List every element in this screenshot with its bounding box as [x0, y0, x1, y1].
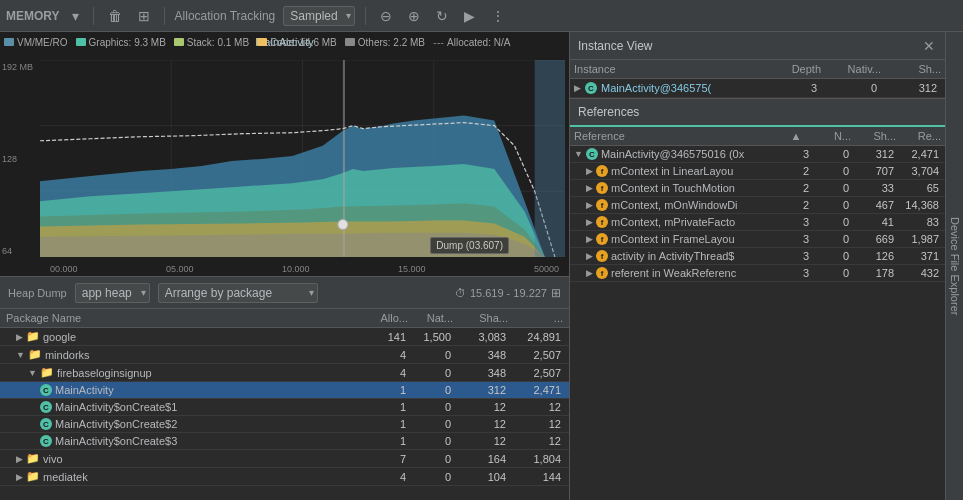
expand-arrow[interactable]: ▼: [28, 368, 37, 378]
ref-ret: 14,368: [896, 199, 941, 211]
field-icon: f: [596, 165, 608, 177]
ref-sha: 126: [851, 250, 896, 262]
table-row[interactable]: ▶ 📁 mediatek 4 0 104 144: [0, 468, 569, 486]
ref-name-text: mContext in LinearLayou: [611, 165, 733, 177]
folder-icon: 📁: [26, 470, 40, 483]
inst-depth: 3: [761, 82, 821, 94]
ref-name-onwindowdi: ▶ f mContext, mOnWindowDi: [574, 199, 781, 211]
ref-sha: 707: [851, 165, 896, 177]
arrange-dropdown[interactable]: Arrange by package: [158, 283, 318, 303]
ref-row[interactable]: ▶ f mContext, mPrivateFacto 3 0 41 83: [570, 214, 945, 231]
row-nat: 0: [410, 349, 455, 361]
expand-arrow[interactable]: ▶: [16, 332, 23, 342]
legend-allocated: --- Allocated: N/A: [433, 36, 510, 48]
ref-row[interactable]: ▼ C MainActivity@346575016 (0x 3 0 312 2…: [570, 146, 945, 163]
row-nat: 1,500: [410, 331, 455, 343]
row-name-mainactivity: C MainActivity: [4, 384, 355, 396]
pkg-name: vivo: [43, 453, 63, 465]
expand-arrow[interactable]: ▶: [586, 200, 593, 210]
heap-bar: Heap Dump app heap Arrange by package ⏱ …: [0, 277, 569, 309]
ref-n: 3: [781, 148, 811, 160]
row-alloc: 141: [355, 331, 410, 343]
ref-name-weakref: ▶ f referent in WeakReferenc: [574, 267, 781, 279]
class-icon: C: [585, 82, 597, 94]
ref-row[interactable]: ▶ f referent in WeakReferenc 3 0 178 432: [570, 265, 945, 282]
row-nat: 0: [410, 401, 455, 413]
table-row[interactable]: C MainActivity$onCreate$2 1 0 12 12: [0, 416, 569, 433]
table-row[interactable]: ▼ 📁 firebaseloginsignup 4 0 348 2,507: [0, 364, 569, 382]
ref-row[interactable]: ▶ f mContext in LinearLayou 2 0 707 3,70…: [570, 163, 945, 180]
ref-n: 3: [781, 250, 811, 262]
ref-row[interactable]: ▶ f activity in ActivityThread$ 3 0 126 …: [570, 248, 945, 265]
layers-icon[interactable]: ⊞: [134, 6, 154, 26]
expand-arrow[interactable]: ▶: [586, 217, 593, 227]
folder-icon: 📁: [40, 366, 54, 379]
x-label-5: 05.000: [166, 264, 194, 274]
row-nat: 0: [410, 418, 455, 430]
dropdown-arrow[interactable]: ▾: [68, 6, 83, 26]
expand-arrow[interactable]: ▶: [586, 251, 593, 261]
expand-arrow[interactable]: ▶: [586, 234, 593, 244]
references-panel: References Reference ▲ N... Sh... Re... …: [570, 99, 945, 500]
ref-nat: 0: [811, 216, 851, 228]
plus-circle-icon[interactable]: ⊕: [404, 6, 424, 26]
main-toolbar: MEMORY ▾ 🗑 ⊞ Allocation Tracking Sampled…: [0, 0, 963, 32]
refresh-icon[interactable]: ↻: [432, 6, 452, 26]
table-row[interactable]: ▶ 📁 google 141 1,500 3,083 24,891: [0, 328, 569, 346]
row-alloc: 7: [355, 453, 410, 465]
ref-nat: 0: [811, 250, 851, 262]
minus-circle-icon[interactable]: ⊖: [376, 6, 396, 26]
device-file-explorer-tab[interactable]: Device File Explorer: [945, 32, 963, 500]
pkg-name: MainActivity$onCreate$1: [55, 401, 177, 413]
ref-row[interactable]: ▶ f mContext, mOnWindowDi 2 0 467 14,368: [570, 197, 945, 214]
ref-n: 3: [781, 216, 811, 228]
row-ret: 2,507: [510, 349, 565, 361]
table-row[interactable]: ▶ 📁 vivo 7 0 164 1,804: [0, 450, 569, 468]
ref-n: 2: [781, 165, 811, 177]
ref-row[interactable]: ▶ f mContext in TouchMotion 2 0 33 65: [570, 180, 945, 197]
legend-stack-dot: [174, 38, 184, 46]
dump-label: Dump (03.607): [430, 237, 509, 254]
legend-vmero-dot: [4, 38, 14, 46]
class-icon: C: [586, 148, 598, 160]
expand-arrow[interactable]: ▶: [16, 472, 23, 482]
table-row[interactable]: C MainActivity$onCreate$1 1 0 12 12: [0, 399, 569, 416]
class-icon: C: [40, 435, 52, 447]
instance-view-close[interactable]: ✕: [921, 38, 937, 54]
expand-arrow[interactable]: ▼: [16, 350, 25, 360]
ref-ret: 65: [896, 182, 941, 194]
table-row-mainactivity[interactable]: C MainActivity 1 0 312 2,471: [0, 382, 569, 399]
ref-ret: 83: [896, 216, 941, 228]
heap-dump-label: Heap Dump: [8, 287, 67, 299]
row-name-oncreate2: C MainActivity$onCreate$2: [4, 418, 355, 430]
expand-arrow[interactable]: ▶: [586, 183, 593, 193]
expand-arrow[interactable]: ▼: [574, 149, 583, 159]
x-label-10: 10.000: [282, 264, 310, 274]
table-row[interactable]: C MainActivity$onCreate$3 1 0 12 12: [0, 433, 569, 450]
sampled-dropdown[interactable]: Sampled: [283, 6, 355, 26]
more-icon[interactable]: ⋮: [487, 6, 509, 26]
row-sha: 3,083: [455, 331, 510, 343]
legend-allocated-label: Allocated: N/A: [447, 37, 510, 48]
ref-title-bar: References: [570, 99, 945, 127]
ref-col-sh: Sh...: [851, 130, 896, 142]
pkg-name: mindorks: [45, 349, 90, 361]
expand-arrow[interactable]: ▶: [16, 454, 23, 464]
filter-icon[interactable]: ⊞: [551, 286, 561, 300]
trash-icon[interactable]: 🗑: [104, 6, 126, 26]
pkg-name: MainActivity$onCreate$3: [55, 435, 177, 447]
expand-arrow[interactable]: ▶: [586, 166, 593, 176]
memory-label: MEMORY: [6, 9, 60, 23]
table-row[interactable]: ▼ 📁 mindorks 4 0 348 2,507: [0, 346, 569, 364]
time-range: ⏱ 15.619 - 19.227 ⊞: [455, 286, 561, 300]
ref-rows: ▼ C MainActivity@346575016 (0x 3 0 312 2…: [570, 146, 945, 500]
row-alloc: 1: [355, 418, 410, 430]
ref-row[interactable]: ▶ f mContext in FrameLayou 3 0 669 1,987: [570, 231, 945, 248]
expand-arrow[interactable]: ▶: [574, 83, 581, 93]
arrange-wrapper: Arrange by package: [158, 283, 318, 303]
heap-type-dropdown[interactable]: app heap: [75, 283, 150, 303]
instance-view: Instance View ✕ Instance Depth Nativ... …: [570, 32, 945, 99]
forward-icon[interactable]: ▶: [460, 6, 479, 26]
expand-arrow[interactable]: ▶: [586, 268, 593, 278]
instance-row[interactable]: ▶ C MainActivity@346575( 3 0 312: [570, 79, 945, 98]
